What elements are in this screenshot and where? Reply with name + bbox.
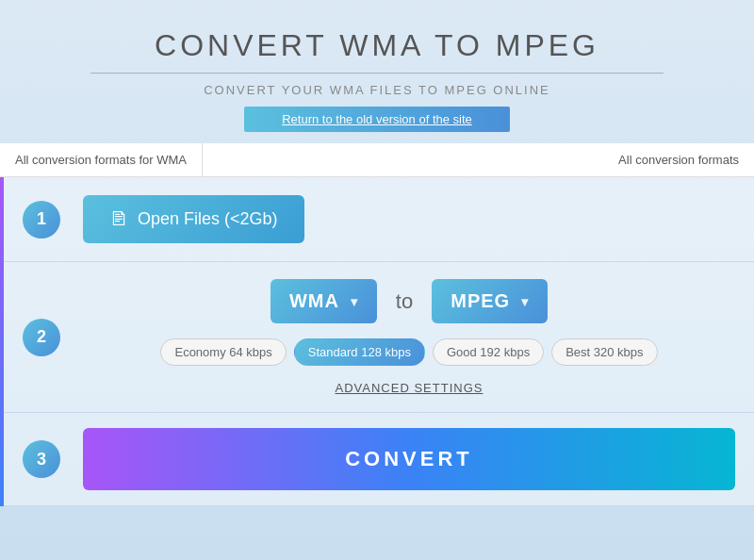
page-title: CONVERT WMA TO MPEG (19, 28, 735, 63)
step-3-number: 3 (23, 440, 60, 478)
header: CONVERT WMA TO MPEG CONVERT YOUR WMA FIL… (0, 0, 754, 143)
quality-button-3[interactable]: Best 320 kbps (551, 338, 657, 366)
step-3-content: CONVERT (83, 428, 735, 490)
subtitle: CONVERT YOUR WMA FILES TO MPEG ONLINE (19, 83, 735, 97)
step-3-row: 3 CONVERT (4, 413, 754, 506)
quality-button-1[interactable]: Standard 128 kbps (294, 338, 425, 366)
nav-bar: All conversion formats for WMA All conve… (0, 143, 754, 177)
step-1-row: 1 🖹 Open Files (<2Gb) (4, 177, 754, 262)
nav-right-label[interactable]: All conversion formats (603, 153, 754, 167)
to-text: to (396, 289, 413, 314)
from-format-arrow-icon: ▾ (351, 294, 358, 309)
format-row: WMA ▾ to MPEG ▾ (270, 279, 548, 323)
to-format-arrow-icon: ▾ (521, 294, 529, 309)
to-format-label: MPEG (451, 290, 510, 312)
step-2-number: 2 (23, 319, 60, 356)
from-format-label: WMA (289, 290, 339, 312)
quality-button-2[interactable]: Good 192 kbps (433, 338, 544, 366)
nav-left-label[interactable]: All conversion formats for WMA (0, 153, 202, 167)
step-1-content: 🖹 Open Files (<2Gb) (83, 195, 735, 243)
convert-button[interactable]: CONVERT (83, 428, 735, 490)
step-1-number: 1 (23, 201, 60, 239)
quality-row: Economy 64 kbpsStandard 128 kbpsGood 192… (160, 338, 657, 366)
from-format-select[interactable]: WMA ▾ (270, 279, 377, 323)
file-icon: 🖹 (109, 208, 128, 230)
open-files-button[interactable]: 🖹 Open Files (<2Gb) (83, 195, 304, 243)
quality-button-0[interactable]: Economy 64 kbps (160, 338, 286, 366)
step-2-content: WMA ▾ to MPEG ▾ Economy 64 kbpsStandard … (83, 279, 735, 395)
old-version-button[interactable]: Return to the old version of the site (244, 107, 510, 132)
nav-separator (202, 143, 203, 176)
step-2-row: 2 WMA ▾ to MPEG ▾ Economy 64 kbpsStandar… (4, 262, 754, 413)
main-content: 1 🖹 Open Files (<2Gb) 2 WMA ▾ to MPEG ▾ (0, 177, 754, 506)
open-files-label: Open Files (<2Gb) (138, 209, 278, 229)
divider (90, 73, 664, 74)
advanced-settings-link[interactable]: ADVANCED SETTINGS (336, 381, 484, 395)
to-format-select[interactable]: MPEG ▾ (432, 279, 548, 323)
